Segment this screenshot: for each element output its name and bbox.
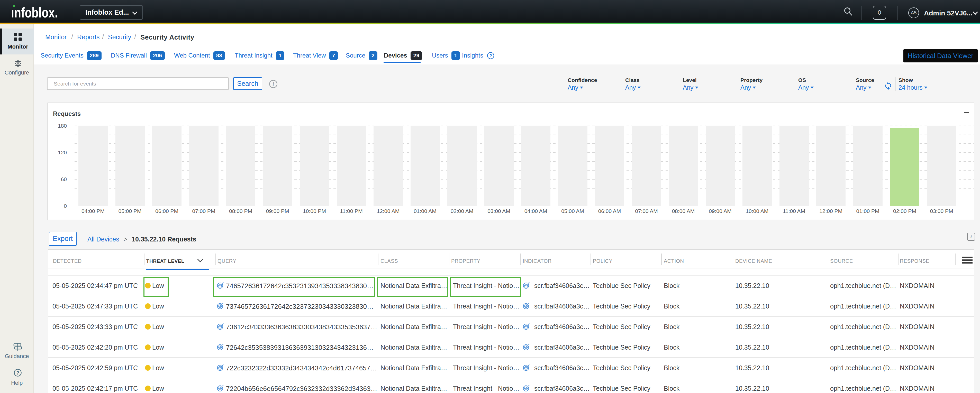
- svg-text:i: i: [272, 81, 274, 87]
- svg-text:?: ?: [16, 370, 19, 376]
- svg-text:?: ?: [489, 54, 492, 58]
